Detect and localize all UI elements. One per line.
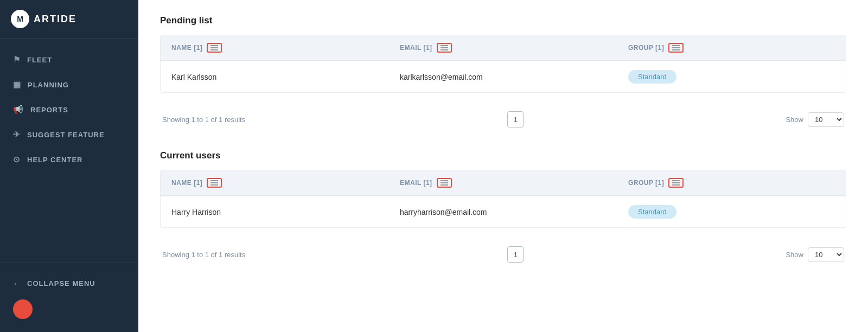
pending-name-filter-icon[interactable] [207, 43, 222, 53]
current-table-header: NAME [1] EMAIL [1] GRO [161, 170, 846, 196]
current-group-badge: Standard [628, 205, 676, 219]
pending-show-label: Show [786, 116, 803, 124]
current-email-filter-icon[interactable] [437, 178, 452, 188]
current-pagination-info: Showing 1 to 1 of 1 results [162, 251, 245, 259]
pending-show-row: Show 10 25 50 [786, 112, 844, 127]
sidebar-item-help[interactable]: ⊙ HELP CENTER [0, 147, 138, 172]
help-icon: ⊙ [13, 155, 21, 164]
pending-section: Pending list NAME [1] EMAIL [1] [160, 15, 846, 135]
pending-row-group: Standard [617, 61, 846, 92]
current-show-label: Show [786, 251, 803, 259]
sidebar-logo: M ARTIDE [0, 0, 138, 39]
sidebar: M ARTIDE ⚑ FLEET ▦ PLANNING 📢 REPORTS ✈ … [0, 0, 138, 332]
fleet-icon: ⚑ [13, 55, 21, 65]
sidebar-item-reports-label: REPORTS [30, 106, 68, 114]
main-content: Pending list NAME [1] EMAIL [1] [138, 0, 868, 332]
collapse-menu-button[interactable]: ← COLLAPSE MENU [0, 272, 138, 295]
current-show-row: Show 10 25 50 [786, 247, 844, 262]
suggest-icon: ✈ [13, 130, 21, 139]
current-row-email: harryharrison@email.com [389, 199, 617, 225]
reports-icon: 📢 [13, 105, 24, 114]
pending-table: NAME [1] EMAIL [1] GRO [160, 35, 846, 93]
current-col-email: EMAIL [1] [389, 170, 617, 195]
sidebar-item-fleet-label: FLEET [27, 56, 52, 64]
current-table: NAME [1] EMAIL [1] GRO [160, 170, 846, 228]
current-col-name: NAME [1] [161, 170, 389, 195]
table-row: Karl Karlsson karlkarlsson@email.com Sta… [161, 61, 846, 92]
logo-text: ARTIDE [34, 14, 76, 25]
current-show-select[interactable]: 10 25 50 [808, 247, 844, 262]
sidebar-bottom: ← COLLAPSE MENU [0, 263, 138, 332]
pending-pagination-info: Showing 1 to 1 of 1 results [162, 116, 245, 124]
pending-page-buttons: 1 [507, 111, 524, 127]
pending-group-badge: Standard [628, 70, 676, 84]
pending-show-select[interactable]: 10 25 50 [808, 112, 844, 127]
sidebar-item-help-label: HELP CENTER [27, 156, 83, 164]
sidebar-nav: ⚑ FLEET ▦ PLANNING 📢 REPORTS ✈ SUGGEST F… [0, 39, 138, 263]
pending-page-1-button[interactable]: 1 [507, 111, 524, 127]
sidebar-item-suggest[interactable]: ✈ SUGGEST FEATURE [0, 122, 138, 147]
current-row-name: Harry Harrison [161, 199, 389, 225]
current-page-buttons: 1 [507, 246, 524, 263]
current-pagination: Showing 1 to 1 of 1 results 1 Show 10 25… [160, 239, 846, 270]
current-name-filter-icon[interactable] [207, 178, 222, 188]
pending-col-name: NAME [1] [161, 35, 389, 60]
sidebar-item-suggest-label: SUGGEST FEATURE [27, 131, 105, 139]
sidebar-item-planning-label: PLANNING [28, 81, 69, 89]
pending-row-email: karlkarlsson@email.com [389, 64, 617, 90]
avatar [13, 299, 33, 319]
planning-icon: ▦ [13, 80, 21, 90]
table-row: Harry Harrison harryharrison@email.com S… [161, 196, 846, 227]
pending-pagination: Showing 1 to 1 of 1 results 1 Show 10 25… [160, 104, 846, 135]
current-row-group: Standard [617, 196, 846, 227]
pending-email-filter-icon[interactable] [437, 43, 452, 53]
current-section: Current users NAME [1] EMAIL [1] [160, 150, 846, 270]
collapse-icon: ← [13, 279, 21, 288]
pending-row-name: Karl Karlsson [161, 64, 389, 90]
sidebar-item-planning[interactable]: ▦ PLANNING [0, 72, 138, 97]
current-section-title: Current users [160, 150, 846, 161]
pending-table-header: NAME [1] EMAIL [1] GRO [161, 35, 846, 61]
pending-col-group: GROUP [1] [617, 35, 846, 60]
sidebar-item-fleet[interactable]: ⚑ FLEET [0, 47, 138, 72]
current-page-1-button[interactable]: 1 [507, 246, 524, 263]
current-group-filter-icon[interactable] [668, 178, 684, 188]
collapse-label: COLLAPSE MENU [27, 279, 95, 288]
logo-icon: M [11, 10, 29, 28]
pending-col-email: EMAIL [1] [389, 35, 617, 60]
current-col-group: GROUP [1] [617, 170, 846, 195]
pending-section-title: Pending list [160, 15, 846, 26]
sidebar-item-reports[interactable]: 📢 REPORTS [0, 97, 138, 122]
pending-group-filter-icon[interactable] [668, 43, 684, 53]
